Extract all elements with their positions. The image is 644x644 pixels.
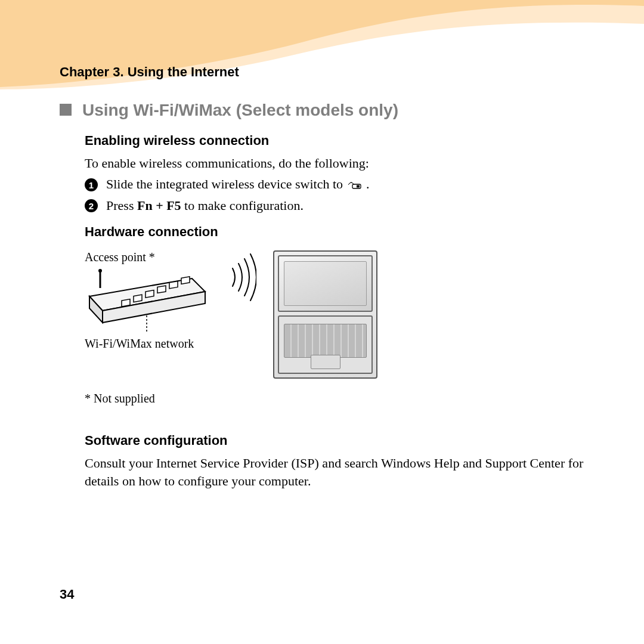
access-point-label: Access point * — [85, 250, 210, 264]
enabling-intro: To enable wireless communications, do th… — [85, 154, 596, 172]
heading-software: Software configuration — [85, 433, 596, 448]
software-body: Consult your Internet Service Provider (… — [85, 454, 596, 490]
heading-enabling: Enabling wireless connection — [85, 133, 596, 148]
section-title: Using Wi-Fi/WiMax (Select models only) — [82, 101, 398, 120]
heading-hardware: Hardware connection — [85, 224, 596, 240]
laptop-icon — [273, 250, 377, 379]
hardware-diagram: Access point * Wi-Fi/WiMax network — [85, 250, 596, 379]
svg-rect-8 — [134, 295, 142, 302]
step-number-1-icon: 1 — [85, 178, 98, 191]
page-number: 34 — [60, 587, 74, 602]
svg-rect-1 — [357, 185, 360, 188]
svg-rect-9 — [145, 290, 154, 298]
wifi-signal-icon — [227, 250, 256, 304]
router-icon — [85, 268, 210, 333]
svg-point-3 — [98, 269, 102, 273]
chapter-title: Chapter 3. Using the Internet — [60, 64, 239, 80]
step2-key: Fn + F5 — [137, 198, 181, 213]
step2-suffix: to make configuration. — [184, 198, 304, 213]
step1-suffix: . — [366, 177, 370, 191]
svg-rect-11 — [169, 281, 178, 289]
step-1: 1 Slide the integrated wireless device s… — [85, 177, 596, 193]
header-swoosh — [0, 0, 644, 95]
bullet-square-icon — [60, 104, 72, 116]
page-content: Using Wi-Fi/WiMax (Select models only) E… — [60, 101, 596, 490]
step-number-2-icon: 2 — [85, 199, 98, 212]
svg-rect-10 — [157, 286, 166, 293]
network-label: Wi-Fi/WiMax network — [85, 337, 210, 351]
step-2: 2 Press Fn + F5 to make configuration. — [85, 198, 596, 213]
hardware-footnote: * Not supplied — [85, 392, 596, 405]
wireless-switch-icon — [348, 178, 362, 193]
step1-prefix: Slide the integrated wireless device swi… — [106, 177, 346, 191]
step2-prefix: Press — [106, 198, 137, 213]
svg-rect-7 — [122, 299, 130, 306]
svg-rect-12 — [181, 277, 190, 284]
